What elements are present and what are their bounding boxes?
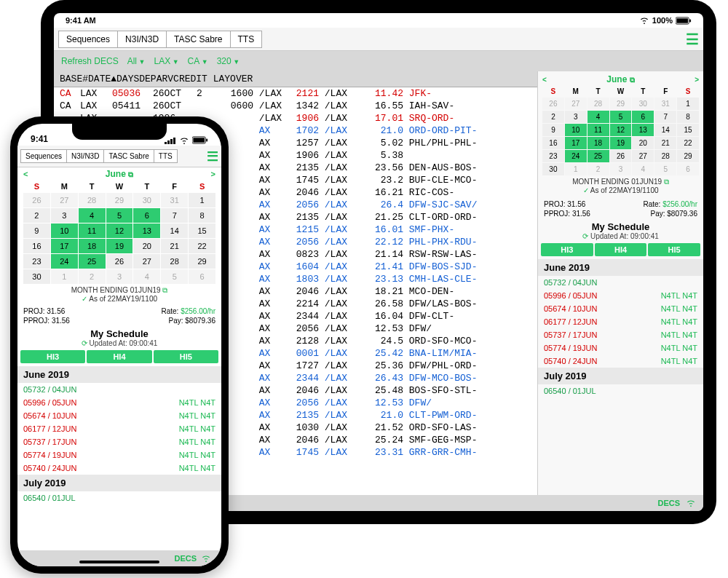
cal-cell[interactable]: 25 — [79, 254, 106, 269]
cal-cell[interactable]: 27 — [51, 193, 78, 207]
cal-cell[interactable]: 3 — [106, 269, 133, 284]
filter-all[interactable]: All — [127, 56, 146, 66]
cal-cell[interactable]: 28 — [161, 254, 188, 269]
cal-cell[interactable]: 6 — [632, 111, 654, 123]
sched-item[interactable]: 05996 / 05JUNN4TL N4T — [538, 289, 703, 302]
cal-cell[interactable]: 4 — [587, 111, 609, 123]
cal-cell[interactable]: 15 — [189, 223, 215, 238]
cal-cell[interactable]: 27 — [133, 254, 160, 269]
cal-cell[interactable]: 19 — [106, 239, 133, 253]
cal-cell[interactable]: 9 — [542, 124, 564, 136]
cal-cell[interactable]: 31 — [161, 193, 188, 207]
cal-cell[interactable]: 30 — [133, 193, 160, 207]
cal-cell[interactable]: 12 — [610, 124, 632, 136]
cal-cell[interactable]: 30 — [632, 98, 654, 110]
tab-sequences[interactable]: Sequences — [20, 149, 67, 163]
cal-cell[interactable]: 16 — [23, 239, 50, 253]
cal-cell[interactable]: 10 — [51, 223, 78, 238]
cal-cell[interactable]: 28 — [79, 193, 106, 207]
sched-item[interactable]: 05674 / 10JUNN4TL N4T — [17, 409, 221, 422]
cal-next[interactable]: > — [211, 170, 215, 178]
cal-cell[interactable]: 28 — [587, 98, 609, 110]
cal-cell[interactable]: 30 — [542, 163, 564, 175]
cal-cell[interactable]: 9 — [23, 223, 50, 238]
cal-cell[interactable]: 29 — [106, 193, 133, 207]
cal-cell[interactable]: 17 — [565, 137, 587, 149]
cal-cell[interactable]: 5 — [106, 208, 133, 223]
menu-icon[interactable]: ☰ — [686, 31, 699, 48]
sched-item[interactable]: 05737 / 17JUNN4TL N4T — [17, 435, 221, 448]
cal-cell[interactable]: 23 — [23, 254, 50, 269]
tab-tts[interactable]: TTS — [230, 31, 263, 48]
seq-row[interactable]: CALAX0541126OCT0600 /LAX1342 /LAX16.55 I… — [54, 100, 537, 112]
tab-n3i[interactable]: N3I/N3D — [117, 31, 167, 48]
sched-item[interactable]: 05732 / 04JUN — [17, 383, 221, 396]
cal-cell[interactable]: 20 — [632, 137, 654, 149]
cal-cell[interactable]: 15 — [677, 124, 699, 136]
cal-cell[interactable]: 8 — [677, 111, 699, 123]
cal-cell[interactable]: 13 — [133, 223, 160, 238]
cal-cell[interactable]: 6 — [677, 163, 699, 175]
tab-tasc[interactable]: TASC Sabre — [166, 31, 230, 48]
cal-cell[interactable]: 2 — [542, 111, 564, 123]
cal-cell[interactable]: 24 — [565, 150, 587, 162]
cal-cell[interactable]: 1 — [677, 98, 699, 110]
cal-cell[interactable]: 13 — [632, 124, 654, 136]
cal-cell[interactable]: 11 — [79, 223, 106, 238]
tab-n3i[interactable]: N3I/N3D — [66, 149, 104, 163]
cal-cell[interactable]: 26 — [106, 254, 133, 269]
refresh-decs[interactable]: Refresh DECS — [61, 56, 119, 66]
menu-icon[interactable]: ☰ — [207, 149, 218, 165]
hi3-button[interactable]: HI3 — [541, 243, 593, 256]
sched-item[interactable]: 06540 / 01JUL — [538, 384, 703, 397]
sched-item[interactable]: 06540 / 01JUL — [17, 491, 221, 504]
cal-cell[interactable]: 5 — [654, 163, 676, 175]
cal-cell[interactable]: 2 — [79, 269, 106, 284]
cal-cell[interactable]: 21 — [161, 239, 188, 253]
sched-item[interactable]: 05674 / 10JUNN4TL N4T — [538, 302, 703, 315]
cal-cell[interactable]: 3 — [565, 111, 587, 123]
cal-cell[interactable]: 17 — [51, 239, 78, 253]
external-icon[interactable]: ⧉ — [630, 76, 635, 84]
decs-label[interactable]: DECS — [174, 554, 197, 563]
cal-cell[interactable]: 26 — [610, 150, 632, 162]
cal-cell[interactable]: 3 — [51, 208, 78, 223]
cal-cell[interactable]: 2 — [23, 208, 50, 223]
cal-cell[interactable]: 1 — [189, 193, 215, 207]
cal-cell[interactable]: 8 — [189, 208, 215, 223]
home-indicator[interactable] — [79, 561, 159, 563]
sched-item[interactable]: 05774 / 19JUNN4TL N4T — [538, 341, 703, 355]
cal-cell[interactable]: 18 — [79, 239, 106, 253]
cal-cell[interactable]: 14 — [654, 124, 676, 136]
cal-cell[interactable]: 6 — [133, 208, 160, 223]
filter-ca[interactable]: CA — [188, 56, 208, 66]
sched-item[interactable]: 05774 / 19JUNN4TL N4T — [17, 448, 221, 462]
cal-cell[interactable]: 29 — [610, 98, 632, 110]
cal-cell[interactable]: 20 — [133, 239, 160, 253]
filter-lax[interactable]: LAX — [154, 56, 178, 66]
cal-cell[interactable]: 4 — [133, 269, 160, 284]
sched-item[interactable]: 06177 / 12JUNN4TL N4T — [538, 315, 703, 328]
cal-cell[interactable]: 4 — [632, 163, 654, 175]
cal-cell[interactable]: 31 — [654, 98, 676, 110]
tab-tasc[interactable]: TASC Sabre — [103, 149, 154, 163]
cal-prev[interactable]: < — [23, 170, 28, 178]
cal-cell[interactable]: 21 — [654, 137, 676, 149]
seq-row[interactable]: CALAX0503626OCT21600 /LAX2121 /LAX11.42 … — [54, 87, 537, 100]
tab-sequences[interactable]: Sequences — [58, 31, 118, 48]
cal-cell[interactable]: 7 — [654, 111, 676, 123]
sched-item[interactable]: 05996 / 05JUNN4TL N4T — [17, 396, 221, 409]
decs-label[interactable]: DECS — [657, 499, 680, 507]
cal-cell[interactable]: 14 — [161, 223, 188, 238]
cal-cell[interactable]: 6 — [189, 269, 215, 284]
external-icon[interactable]: ⧉ — [664, 178, 669, 186]
cal-cell[interactable]: 22 — [189, 239, 215, 253]
cal-cell[interactable]: 10 — [565, 124, 587, 136]
cal-cell[interactable]: 7 — [161, 208, 188, 223]
cal-cell[interactable]: 27 — [632, 150, 654, 162]
cal-next[interactable]: > — [695, 76, 699, 84]
hi4-button[interactable]: HI4 — [595, 243, 647, 256]
cal-cell[interactable]: 29 — [189, 254, 215, 269]
hi4-button[interactable]: HI4 — [87, 350, 151, 363]
hi3-button[interactable]: HI3 — [20, 350, 85, 363]
